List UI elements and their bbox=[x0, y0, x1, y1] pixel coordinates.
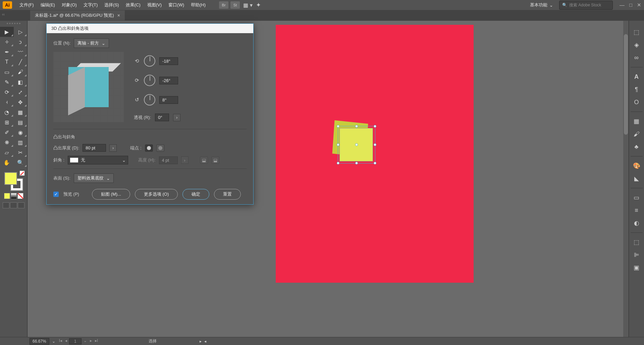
selected-object[interactable] bbox=[336, 125, 375, 164]
magic-wand-tool[interactable]: ✧ bbox=[0, 37, 14, 47]
handle-tr[interactable] bbox=[374, 125, 376, 128]
perspective-tool[interactable]: ▦ bbox=[14, 107, 28, 117]
slice-tool[interactable]: ✂ bbox=[14, 147, 28, 157]
zoom-tool[interactable]: 🔍 bbox=[14, 157, 28, 167]
minimize-button[interactable]: — bbox=[620, 2, 625, 8]
handle-tl[interactable] bbox=[337, 125, 339, 128]
draw-normal[interactable] bbox=[3, 202, 9, 208]
map-art-button[interactable]: 贴图 (M)... bbox=[92, 189, 130, 200]
layers-panel-icon[interactable]: ◈ bbox=[633, 41, 641, 49]
prev-artboard-button[interactable]: ◂ bbox=[64, 338, 68, 344]
menu-type[interactable]: 文字(T) bbox=[80, 0, 101, 10]
rotate-x-input[interactable] bbox=[159, 57, 178, 65]
graph-tool[interactable]: ▥ bbox=[14, 137, 28, 147]
vertical-scrollbar[interactable] bbox=[623, 21, 629, 337]
color-guide-panel-icon[interactable]: ◣ bbox=[633, 175, 641, 183]
menu-view[interactable]: 视图(V) bbox=[144, 0, 165, 10]
workspace-switcher[interactable]: 基本功能 ⌄ bbox=[527, 1, 556, 9]
bevel-select[interactable]: 无 ⌄ bbox=[68, 156, 128, 164]
line-tool[interactable]: ╱ bbox=[14, 57, 28, 67]
menu-object[interactable]: 对象(O) bbox=[58, 0, 80, 10]
swap-fill-stroke[interactable] bbox=[20, 171, 24, 176]
color-panel-icon[interactable]: 🎨 bbox=[633, 162, 641, 170]
rotate-y-dial[interactable] bbox=[144, 75, 155, 86]
cap-on-button[interactable] bbox=[145, 144, 153, 152]
next-artboard-button[interactable]: ▸ bbox=[89, 338, 93, 344]
selection-tool[interactable]: ▶ bbox=[0, 27, 14, 37]
maximize-button[interactable]: □ bbox=[629, 2, 632, 8]
stroke-panel-icon[interactable]: ▭ bbox=[633, 194, 641, 202]
symbols-panel-icon[interactable]: ♣ bbox=[633, 143, 641, 151]
menu-help[interactable]: 帮助(H) bbox=[187, 0, 209, 10]
fill-color[interactable] bbox=[4, 172, 17, 185]
artboard-tool[interactable]: ▱ bbox=[0, 147, 14, 157]
rotate-z-dial[interactable] bbox=[144, 94, 155, 106]
gradient-tool[interactable]: ▤ bbox=[14, 117, 28, 127]
draw-behind[interactable] bbox=[10, 202, 17, 208]
menu-effect[interactable]: 效果(C) bbox=[122, 0, 144, 10]
more-options-button[interactable]: 更多选项 (O) bbox=[135, 189, 178, 200]
status-scroll-left[interactable]: ◂ bbox=[204, 339, 206, 344]
reset-button[interactable]: 重置 bbox=[214, 189, 241, 200]
bridge-icon[interactable]: Br bbox=[219, 1, 228, 9]
document-tab[interactable]: 未标题-1.ai* @ 66.67% (RGB/GPU 预览) × bbox=[30, 10, 125, 20]
gradient-panel-icon[interactable]: ≡ bbox=[633, 206, 641, 214]
brushes-panel-icon[interactable]: 🖌 bbox=[633, 130, 641, 138]
handle-br[interactable] bbox=[374, 162, 376, 164]
rotate-tool[interactable]: ⟳ bbox=[0, 87, 14, 97]
artboard-number[interactable]: 1 bbox=[69, 338, 82, 344]
menu-file[interactable]: 文件(F) bbox=[16, 0, 37, 10]
rotate-y-input[interactable] bbox=[159, 77, 178, 84]
first-artboard-button[interactable]: I◂ bbox=[58, 338, 63, 344]
mesh-tool[interactable]: ⊞ bbox=[0, 117, 14, 127]
close-button[interactable]: ✕ bbox=[637, 2, 641, 8]
rectangle-tool[interactable]: ▭ bbox=[0, 67, 14, 77]
handle-mr[interactable] bbox=[374, 143, 376, 146]
transform-panel-icon[interactable]: ⬚ bbox=[633, 238, 641, 246]
artboard-dropdown-icon[interactable]: ⌄ bbox=[83, 338, 88, 344]
perspective-input[interactable] bbox=[155, 114, 169, 121]
rotate-z-input[interactable] bbox=[159, 96, 178, 104]
color-mode[interactable] bbox=[4, 193, 10, 199]
gpu-icon[interactable]: ✦ bbox=[256, 1, 261, 9]
properties-panel-icon[interactable]: ⬚ bbox=[633, 28, 641, 36]
curvature-tool[interactable]: 〰 bbox=[14, 47, 28, 57]
zoom-level[interactable]: 66.67% bbox=[30, 338, 49, 345]
cap-off-button[interactable] bbox=[156, 144, 164, 152]
width-tool[interactable]: ⫞ bbox=[0, 97, 14, 107]
eraser-tool[interactable]: ◧ bbox=[14, 77, 28, 87]
shaper-tool[interactable]: ✎ bbox=[0, 77, 14, 87]
paintbrush-tool[interactable]: 🖌 bbox=[14, 67, 28, 77]
scale-tool[interactable]: ⤢ bbox=[14, 87, 28, 97]
transparency-panel-icon[interactable]: ◐ bbox=[633, 219, 641, 227]
gradient-mode[interactable] bbox=[11, 193, 17, 199]
pen-tool[interactable]: ✒ bbox=[0, 47, 14, 57]
handle-center[interactable] bbox=[355, 143, 358, 146]
expand-panels-icon[interactable]: ‹‹ bbox=[2, 12, 5, 17]
hand-tool[interactable]: ✋ bbox=[0, 157, 14, 167]
eyedropper-tool[interactable]: ✐ bbox=[0, 127, 14, 137]
draw-inside[interactable] bbox=[18, 202, 24, 208]
preview-checkbox[interactable]: ✓ bbox=[53, 192, 59, 197]
shape-builder-tool[interactable]: ◔ bbox=[0, 107, 14, 117]
arrange-docs-icon[interactable]: ▦ ▾ bbox=[243, 1, 253, 9]
depth-stepper[interactable]: › bbox=[109, 144, 117, 152]
paragraph-panel-icon[interactable]: ¶ bbox=[633, 85, 641, 93]
handle-ml[interactable] bbox=[337, 143, 339, 146]
surface-select[interactable]: 塑料效果底纹 ⌄ bbox=[74, 174, 114, 183]
type-tool[interactable]: T bbox=[0, 57, 14, 67]
free-transform-tool[interactable]: ✥ bbox=[14, 97, 28, 107]
pathfinder-panel-icon[interactable]: ▣ bbox=[633, 264, 641, 272]
last-artboard-button[interactable]: ▸I bbox=[94, 338, 99, 344]
perspective-stepper[interactable]: › bbox=[173, 114, 180, 121]
position-select[interactable]: 离轴 - 前方 ⌄ bbox=[74, 39, 109, 48]
blend-tool[interactable]: ◉ bbox=[14, 127, 28, 137]
menu-select[interactable]: 选择(S) bbox=[101, 0, 122, 10]
ok-button[interactable]: 确定 bbox=[182, 189, 209, 200]
fill-stroke-swatch[interactable] bbox=[4, 172, 23, 191]
scroll-thumb[interactable] bbox=[624, 34, 628, 135]
symbol-sprayer-tool[interactable]: ❋ bbox=[0, 137, 14, 147]
rotate-x-dial[interactable] bbox=[144, 55, 155, 67]
menu-window[interactable]: 窗口(W) bbox=[165, 0, 187, 10]
align-panel-icon[interactable]: ⊫ bbox=[633, 251, 641, 259]
